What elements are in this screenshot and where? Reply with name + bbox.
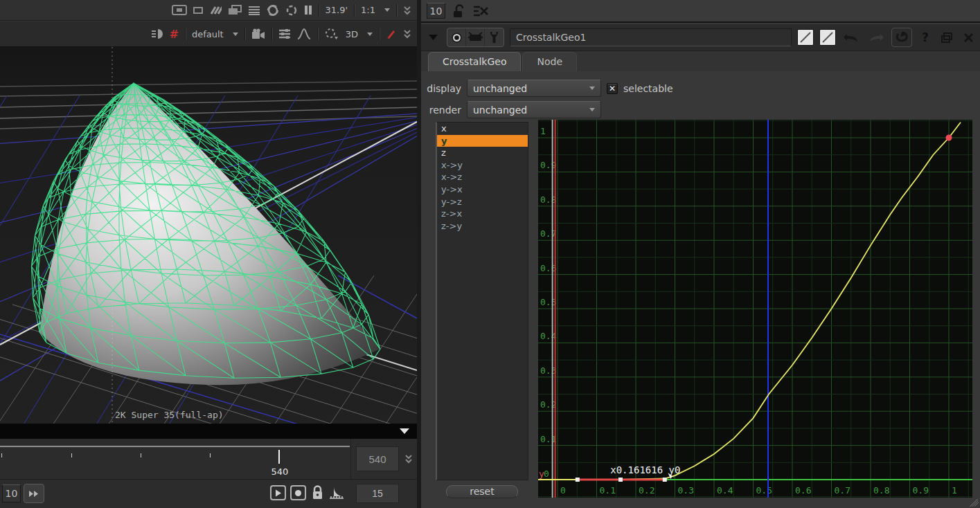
timeline-cache-bar <box>0 446 350 447</box>
list-item-yx[interactable]: y->x <box>437 183 528 196</box>
display-dropdown-value: unchanged <box>473 83 527 94</box>
display-label: display <box>421 83 461 94</box>
svg-text:0.2: 0.2 <box>639 485 654 496</box>
close-all-panels-icon[interactable] <box>472 5 489 17</box>
collapse-toolbar-icon[interactable] <box>403 29 411 39</box>
refresh-icon[interactable] <box>267 4 279 17</box>
svg-text:0.8: 0.8 <box>540 194 556 205</box>
list-item-x[interactable]: x <box>437 123 528 135</box>
svg-text:0: 0 <box>544 469 549 479</box>
checker-wipe-icon[interactable] <box>209 6 222 15</box>
svg-text:0.7: 0.7 <box>835 485 850 496</box>
center-node-icon[interactable] <box>447 28 466 46</box>
collapse-toolbar-icon[interactable] <box>403 6 411 15</box>
view-mode-carat[interactable] <box>367 33 373 36</box>
timeline-tick <box>1 453 2 457</box>
undo-icon[interactable] <box>841 33 861 42</box>
frame-range-field[interactable] <box>356 446 399 471</box>
svg-text:0.8: 0.8 <box>873 485 889 496</box>
gl-color-swatch[interactable] <box>819 29 836 46</box>
headlamp-icon[interactable] <box>151 28 163 39</box>
playback-rate-field[interactable] <box>2 484 21 502</box>
wrench-icon[interactable] <box>485 28 504 46</box>
display-dropdown[interactable]: unchanged <box>467 80 601 97</box>
list-item-zy[interactable]: z->y <box>437 220 528 233</box>
reset-button[interactable]: reset <box>446 485 518 498</box>
gain-region-icon[interactable] <box>193 6 203 15</box>
selection-mode-icon[interactable] <box>324 28 339 40</box>
framing-icon[interactable] <box>172 5 187 15</box>
redo-icon[interactable] <box>866 33 886 42</box>
viewer-collapse-strip[interactable] <box>0 424 417 439</box>
tab-crosstalkgeo[interactable]: CrosstalkGeo <box>428 52 521 71</box>
crosstalk-channel-list[interactable]: xyzx->yx->zy->xy->zz->xz->y <box>436 122 528 480</box>
list-item-xy[interactable]: x->y <box>437 159 528 172</box>
grid-toggle-icon[interactable]: # <box>170 28 179 41</box>
timeline-tick <box>210 453 211 457</box>
channels-mixer-icon[interactable] <box>278 28 291 39</box>
panel-collapse-carat-icon[interactable] <box>428 34 438 41</box>
node-name-field[interactable] <box>510 28 792 46</box>
fps-field[interactable] <box>356 484 399 503</box>
close-panel-icon[interactable] <box>961 33 976 42</box>
frame-slider[interactable]: 540 <box>0 439 417 479</box>
toolbar-separator <box>319 4 319 17</box>
list-item-zx[interactable]: z->x <box>437 208 528 220</box>
toolbar-separator <box>354 4 355 17</box>
timeline-collapse-icon[interactable] <box>404 454 413 464</box>
play-button[interactable] <box>270 485 286 500</box>
layers-stack-icon[interactable] <box>248 6 260 15</box>
rotopaint-brush-icon[interactable] <box>386 28 397 39</box>
unlock-icon[interactable] <box>452 3 465 19</box>
flipbook-ramp-icon[interactable] <box>328 484 346 501</box>
revert-icon[interactable] <box>891 28 912 47</box>
lock-range-icon[interactable] <box>312 484 323 501</box>
tab-node[interactable]: Node <box>522 52 577 71</box>
svg-text:0.9: 0.9 <box>913 485 929 496</box>
list-item-yz[interactable]: y->z <box>437 196 528 208</box>
crosstalk-curve-editor[interactable]: 00.10.20.30.40.50.60.70.80.910.10.20.30.… <box>538 120 980 508</box>
toolbar-separator <box>244 28 245 40</box>
view-mode-value[interactable]: 3D <box>346 29 358 39</box>
svg-text:0.2: 0.2 <box>540 399 556 410</box>
svg-text:0: 0 <box>560 485 566 496</box>
fast-forward-icon <box>28 490 39 498</box>
svg-text:x0.161616 y0: x0.161616 y0 <box>610 464 680 475</box>
playhead[interactable] <box>278 450 280 464</box>
toolbar-separator <box>396 4 397 17</box>
pause-icon[interactable] <box>304 5 312 15</box>
viewer-toolbar-3d: # default 3D <box>0 21 417 47</box>
nuke-window: 31.9' 1:1 # default 3D <box>0 0 980 508</box>
fast-forward-button[interactable] <box>24 484 44 503</box>
svg-text:0.5: 0.5 <box>756 485 772 496</box>
list-item-xz[interactable]: x->z <box>437 171 528 183</box>
timeline-tick <box>71 453 72 457</box>
max-panels-field[interactable] <box>427 3 445 19</box>
3d-viewport[interactable]: 2K Super 35(full-ap) <box>0 47 417 424</box>
list-item-y[interactable]: y <box>437 135 528 147</box>
render-dropdown[interactable]: unchanged <box>467 101 601 118</box>
monitor-output-icon[interactable] <box>466 28 485 46</box>
viewer-toolbar-top: 31.9' 1:1 <box>0 0 417 21</box>
node-color-swatch[interactable] <box>797 29 814 46</box>
selectable-checkbox[interactable]: ✕ <box>607 83 618 94</box>
float-panel-icon[interactable] <box>938 33 955 43</box>
list-item-z[interactable]: z <box>437 147 528 159</box>
display-dropdown-carat <box>589 87 595 90</box>
camera-icon[interactable] <box>251 28 265 39</box>
svg-text:1: 1 <box>540 126 546 136</box>
zoom-ratio-value[interactable]: 1:1 <box>361 5 375 15</box>
compare-frames-icon[interactable] <box>228 5 242 15</box>
wipe-preset-value[interactable]: default <box>192 29 224 39</box>
selectable-label: selectable <box>623 83 673 94</box>
node-panel-header: ? <box>421 24 980 51</box>
wipe-preset-carat[interactable] <box>233 33 238 36</box>
zoom-dropdown-carat[interactable] <box>384 8 390 12</box>
expand-strip-carat-icon[interactable] <box>399 428 410 435</box>
record-region-button[interactable] <box>290 485 306 500</box>
gamma-curve-icon[interactable] <box>297 28 311 39</box>
svg-text:1: 1 <box>952 485 957 496</box>
help-button[interactable]: ? <box>918 30 933 44</box>
viewer-fov-value[interactable]: 31.9' <box>326 5 348 15</box>
roi-icon[interactable] <box>285 4 298 17</box>
